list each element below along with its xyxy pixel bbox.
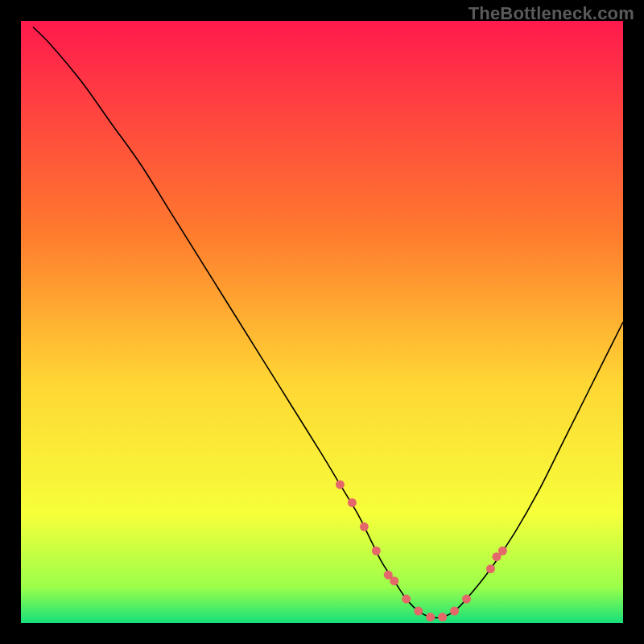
highlight-point: [390, 576, 398, 585]
highlight-point: [414, 607, 423, 616]
highlight-point: [360, 522, 369, 531]
highlight-point: [450, 607, 459, 616]
highlight-point: [402, 595, 411, 604]
chart-background: [21, 21, 623, 623]
highlight-point: [462, 595, 471, 604]
highlight-point: [438, 613, 447, 621]
highlight-point: [372, 547, 381, 555]
highlight-point: [498, 547, 507, 555]
chart-frame: TheBottleneck.com: [0, 0, 644, 644]
highlight-point: [348, 498, 357, 507]
highlight-point: [426, 613, 435, 621]
chart-svg: [21, 21, 623, 623]
highlight-point: [336, 480, 345, 489]
highlight-point: [486, 564, 495, 573]
chart-plot-area: [21, 21, 623, 623]
